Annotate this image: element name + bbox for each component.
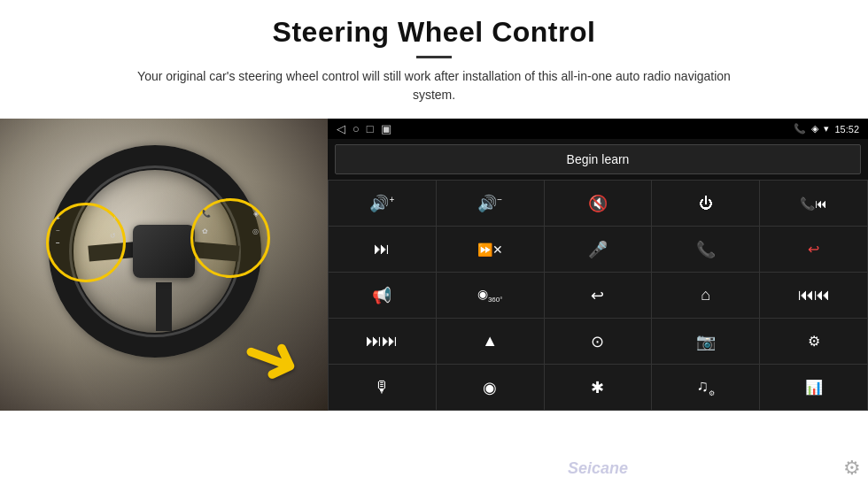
fast-forward-icon: ⏭⏭ xyxy=(366,332,398,350)
home-nav-icon[interactable]: ○ xyxy=(353,122,360,135)
horn-button[interactable]: 📢 xyxy=(329,273,436,318)
android-panel: ◁ ○ □ ▣ 📞 ◈ ▾ 15:52 Begin learn xyxy=(328,119,868,411)
power-button[interactable]: ⏻ xyxy=(652,181,759,226)
subtitle: Your original car's steering wheel contr… xyxy=(124,67,744,104)
right-button-circle: 📞 ◈ ✿ ◎ xyxy=(190,198,270,278)
android-panel-wrapper: ◁ ○ □ ▣ 📞 ◈ ▾ 15:52 Begin learn xyxy=(328,119,868,485)
call-button[interactable]: 📞 xyxy=(652,227,759,272)
header: Steering Wheel Control Your original car… xyxy=(0,0,868,110)
page-title: Steering Wheel Control xyxy=(35,16,833,49)
vol-up-button[interactable]: 🔊+ xyxy=(329,181,436,226)
eq-settings-button[interactable]: ⚙ xyxy=(760,319,867,364)
bluetooth-button[interactable]: ✱ xyxy=(545,365,652,410)
back-nav-icon[interactable]: ◁ xyxy=(337,122,345,135)
back-icon: ↩ xyxy=(591,286,604,305)
fast-forward-button[interactable]: ⏭⏭ xyxy=(329,319,436,364)
camera-360-icon: ◉360° xyxy=(477,287,503,304)
page: Steering Wheel Control Your original car… xyxy=(0,0,868,485)
begin-learn-button[interactable]: Begin learn xyxy=(335,144,861,174)
settings-gear-icon[interactable]: ⚙ xyxy=(843,457,861,480)
dial-icon: ◉ xyxy=(483,378,497,397)
title-divider xyxy=(416,56,452,58)
status-bar: ◁ ○ □ ▣ 📞 ◈ ▾ 15:52 xyxy=(328,119,868,139)
mic-icon: 🎤 xyxy=(588,240,608,259)
prev-track-button[interactable]: ⏮⏮ xyxy=(760,273,867,318)
equalizer-button[interactable]: 📊 xyxy=(760,365,867,410)
hang-up-icon: ↩ xyxy=(808,241,819,258)
mute-icon: 🔇 xyxy=(588,194,608,213)
mic-button[interactable]: 🎤 xyxy=(545,227,652,272)
status-right-icons: 📞 ◈ ▾ 15:52 xyxy=(794,123,859,135)
next-button[interactable]: ⏭ xyxy=(329,227,436,272)
camera-button[interactable]: 📷 xyxy=(652,319,759,364)
left-button-circle: + ~ − ♪ ↺ xyxy=(46,203,126,282)
mic2-icon: 🎙 xyxy=(374,378,390,396)
seicane-watermark: Seicane xyxy=(568,459,628,478)
status-left-icons: ◁ ○ □ ▣ xyxy=(337,122,391,135)
ff-cancel-icon: ⏩✕ xyxy=(477,242,503,257)
content-area: + ~ − ♪ ↺ 📞 ◈ ✿ ◎ ➜ ◁ xyxy=(0,119,868,485)
call-icon: 📞 xyxy=(696,240,716,259)
location-status-icon: ◈ xyxy=(811,123,818,135)
camera-icon: 📷 xyxy=(696,332,716,351)
vol-down-icon: 🔊− xyxy=(477,194,502,213)
vol-down-button[interactable]: 🔊− xyxy=(437,181,544,226)
music-icon: ♫⚙ xyxy=(697,377,716,397)
ff-cancel-button[interactable]: ⏩✕ xyxy=(437,227,544,272)
begin-learn-row: Begin learn xyxy=(328,139,868,180)
music-button[interactable]: ♫⚙ xyxy=(652,365,759,410)
navigate-button[interactable]: ▲ xyxy=(437,319,544,364)
mute-button[interactable]: 🔇 xyxy=(545,181,652,226)
vol-up-icon: 🔊+ xyxy=(369,194,394,213)
bluetooth-icon: ✱ xyxy=(591,378,604,397)
eject-icon: ⊙ xyxy=(591,332,604,351)
prev-track-phone-button[interactable]: 📞⏮ xyxy=(760,181,867,226)
status-time: 15:52 xyxy=(834,124,859,135)
signal-icon: ▣ xyxy=(381,122,391,135)
prev-track-icon: ⏮⏮ xyxy=(798,286,830,304)
prev-phone-icon: 📞⏮ xyxy=(800,196,827,211)
navigate-icon: ▲ xyxy=(482,332,498,350)
mic2-button[interactable]: 🎙 xyxy=(329,365,436,410)
recent-nav-icon[interactable]: □ xyxy=(367,122,374,135)
eq-settings-icon: ⚙ xyxy=(808,333,820,350)
power-icon: ⏻ xyxy=(699,196,713,212)
back-button[interactable]: ↩ xyxy=(545,273,652,318)
home-button[interactable]: ⌂ xyxy=(652,273,759,318)
steering-wheel-image: + ~ − ♪ ↺ 📞 ◈ ✿ ◎ ➜ xyxy=(0,119,328,411)
wifi-status-icon: ▾ xyxy=(824,123,829,135)
eject-button[interactable]: ⊙ xyxy=(545,319,652,364)
equalizer-icon: 📊 xyxy=(805,379,823,396)
control-grid: 🔊+ 🔊− 🔇 ⏻ 📞⏮ ⏭ xyxy=(328,180,868,411)
horn-icon: 📢 xyxy=(372,286,391,305)
sw-spoke-bottom xyxy=(156,282,172,331)
dial-button[interactable]: ◉ xyxy=(437,365,544,410)
hang-up-button[interactable]: ↩ xyxy=(760,227,867,272)
home-icon: ⌂ xyxy=(701,286,710,304)
phone-status-icon: 📞 xyxy=(794,123,806,135)
sw-hub xyxy=(133,225,195,278)
camera-360-button[interactable]: ◉360° xyxy=(437,273,544,318)
next-icon: ⏭ xyxy=(374,240,390,258)
